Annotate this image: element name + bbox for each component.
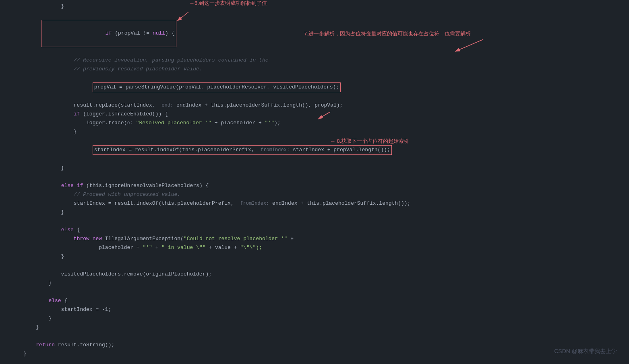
line-text (20, 173, 629, 181)
code-line: else if (this.ignoreUnresolvablePlacehol… (0, 181, 629, 190)
code-line: throw new IllegalArgumentException("Coul… (0, 234, 629, 243)
line-text: } (20, 323, 629, 332)
code-line: result.replace(startIndex, end: endIndex… (0, 101, 629, 110)
line-text: // Proceed with unprocessed value. (20, 190, 629, 199)
line-text: } (20, 252, 629, 261)
line-text (20, 261, 629, 270)
code-line (0, 261, 629, 270)
code-line: visitedPlaceholders.remove(originalPlace… (0, 270, 629, 279)
code-line: startIndex = result.indexOf(this.placeho… (0, 199, 629, 208)
line-text: return result.toString(); (20, 341, 629, 350)
code-line (0, 173, 629, 181)
line-text: } (20, 128, 629, 136)
line-text (20, 217, 629, 226)
line-text: result.replace(startIndex, end: endIndex… (20, 101, 629, 110)
line-text: propVal = parseStringValue(propVal, plac… (20, 74, 629, 101)
code-line: else { (0, 296, 629, 305)
line-text: startIndex = result.indexOf(this.placeho… (20, 199, 629, 208)
watermark: CSDN @麻衣带我去上学 (554, 348, 617, 355)
line-text: if (logger.isTraceEnabled()) { (20, 110, 629, 119)
code-line: } (0, 2, 629, 11)
line-text: } (20, 208, 629, 217)
line-text: // previously resolved placeholder value… (20, 65, 629, 74)
line-text: } (20, 164, 629, 173)
line-text: } (20, 2, 629, 11)
code-line (0, 217, 629, 226)
line-text: // Recursive invocation, parsing placeho… (20, 56, 629, 65)
code-line: } (0, 314, 629, 323)
code-line: else { (0, 226, 629, 234)
code-line: startIndex = -1; (0, 305, 629, 314)
line-text: throw new IllegalArgumentException("Coul… (20, 234, 629, 243)
code-line: if (propVal != null) { (0, 11, 629, 56)
line-text: startIndex = result.indexOf(this.placeho… (20, 136, 629, 164)
code-line: if (logger.isTraceEnabled()) { (0, 110, 629, 119)
code-line: return result.toString(); (0, 341, 629, 350)
line-text: } (20, 314, 629, 323)
code-line: } (0, 323, 629, 332)
line-text (20, 332, 629, 341)
code-line: } (0, 208, 629, 217)
code-line: // previously resolved placeholder value… (0, 65, 629, 74)
line-text: if (propVal != null) { (20, 11, 629, 56)
line-text: placeholder + "'" + " in value \"" + val… (20, 243, 629, 252)
code-editor: } ←6.到这一步表明成功解析到了值 if (propVal != null) … (0, 0, 629, 362)
code-line: startIndex = result.indexOf(this.placeho… (0, 136, 629, 164)
line-text: else { (20, 226, 629, 234)
code-line: // Proceed with unprocessed value. (0, 190, 629, 199)
code-line: } (0, 279, 629, 288)
code-line: } (0, 252, 629, 261)
line-text: else { (20, 296, 629, 305)
code-line (0, 288, 629, 296)
code-line: } (0, 164, 629, 173)
code-line: } (0, 350, 629, 358)
line-text: else if (this.ignoreUnresolvablePlacehol… (20, 181, 629, 190)
line-text: logger.trace(o: "Resolved placeholder '"… (20, 119, 629, 128)
line-text: } (20, 350, 629, 358)
code-line: // Recursive invocation, parsing placeho… (0, 56, 629, 65)
code-line: } (0, 128, 629, 136)
line-text (20, 288, 629, 296)
line-text: visitedPlaceholders.remove(originalPlace… (20, 270, 629, 279)
code-line: logger.trace(o: "Resolved placeholder '"… (0, 119, 629, 128)
code-line: placeholder + "'" + " in value \"" + val… (0, 243, 629, 252)
code-line (0, 332, 629, 341)
line-text: startIndex = -1; (20, 305, 629, 314)
line-text: } (20, 279, 629, 288)
code-line: propVal = parseStringValue(propVal, plac… (0, 74, 629, 101)
